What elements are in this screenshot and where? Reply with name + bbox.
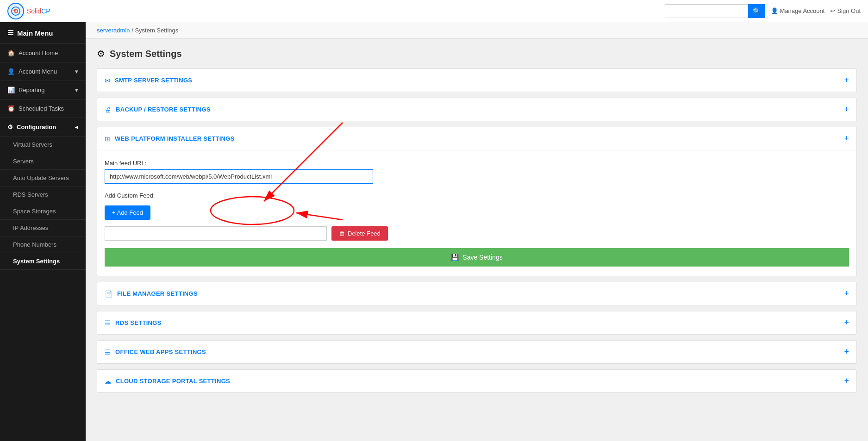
office-web-apps-icon: ☰ <box>105 348 111 356</box>
sidebar-main-menu: ☰ Main Menu <box>0 22 86 44</box>
logo-text: SolidCP <box>27 7 50 15</box>
main-feed-input[interactable] <box>105 169 373 184</box>
webpi-icon: ⊞ <box>105 135 110 143</box>
rds-icon: ☰ <box>105 319 111 327</box>
smtp-icon: ✉ <box>105 77 110 84</box>
backup-expand-icon: + <box>844 105 849 114</box>
rds-title: RDS SETTINGS <box>115 319 162 326</box>
cloud-storage-icon: ☁ <box>105 378 111 385</box>
manage-account-icon: 👤 <box>771 7 778 14</box>
topbar-right: 🔍 👤 Manage Account ↩ Sign Out <box>665 4 861 18</box>
backup-section: 🖨 BACKUP / RESTORE SETTINGS + <box>97 98 857 121</box>
smtp-section-header[interactable]: ✉ SMTP SERVER SETTINGS + <box>97 69 856 92</box>
search-wrap: 🔍 <box>665 4 765 18</box>
sidebar-item-ip-addresses[interactable]: IP Addresses <box>0 220 86 236</box>
logo-solid: Solid <box>27 7 41 15</box>
office-web-apps-section: ☰ OFFICE WEB APPS SETTINGS + <box>97 340 857 364</box>
file-manager-expand-icon: + <box>844 289 849 298</box>
logo: SolidCP <box>7 3 50 19</box>
cloud-storage-section-header[interactable]: ☁ CLOUD STORAGE PORTAL SETTINGS + <box>97 370 856 392</box>
gear-icon: ⚙ <box>97 48 105 59</box>
main-content: serveradmin / System Settings ⚙ System S… <box>86 22 868 441</box>
file-manager-section-header[interactable]: 📄 FILE MANAGER SETTINGS + <box>97 282 856 305</box>
webpi-title: WEB PLATFORM INSTALLER SETTINGS <box>115 135 235 142</box>
delete-feed-button[interactable]: 🗑 Delete Feed <box>331 226 388 241</box>
search-button[interactable]: 🔍 <box>748 4 765 18</box>
sidebar-item-account-home[interactable]: 🏠 Account Home <box>0 44 86 62</box>
add-custom-feed-area: Add Custom Feed: + Add Feed <box>105 192 849 220</box>
add-custom-feed-label: Add Custom Feed: <box>105 192 849 199</box>
breadcrumb: serveradmin / System Settings <box>86 22 868 39</box>
sign-out-link[interactable]: ↩ Sign Out <box>830 7 861 14</box>
sidebar-item-system-settings[interactable]: System Settings <box>0 253 86 270</box>
rds-expand-icon: + <box>844 318 849 328</box>
webpi-expand-icon: + <box>844 134 849 143</box>
breadcrumb-current: System Settings <box>135 27 178 34</box>
backup-title: BACKUP / RESTORE SETTINGS <box>116 106 211 113</box>
backup-section-header[interactable]: 🖨 BACKUP / RESTORE SETTINGS + <box>97 98 856 121</box>
sidebar-item-phone-numbers[interactable]: Phone Numbers <box>0 236 86 253</box>
scheduled-tasks-icon: ⏰ <box>7 105 15 112</box>
layout: ☰ Main Menu 🏠 Account Home 👤 Account Men… <box>0 22 868 441</box>
webpi-section: ⊞ WEB PLATFORM INSTALLER SETTINGS + <box>97 127 857 276</box>
backup-icon: 🖨 <box>105 106 111 113</box>
rds-section: ☰ RDS SETTINGS + <box>97 311 857 335</box>
account-menu-chevron: ▾ <box>75 68 78 75</box>
reporting-chevron: ▾ <box>75 87 78 93</box>
topbar: SolidCP 🔍 👤 Manage Account ↩ Sign Out <box>0 0 868 22</box>
sidebar-item-servers[interactable]: Servers <box>0 153 86 170</box>
sign-out-icon: ↩ <box>830 7 835 14</box>
feed-input-row: 🗑 Delete Feed <box>105 226 849 241</box>
webpi-section-header[interactable]: ⊞ WEB PLATFORM INSTALLER SETTINGS + <box>97 127 856 150</box>
trash-icon: 🗑 <box>339 230 345 237</box>
add-feed-button[interactable]: + Add Feed <box>105 205 150 220</box>
sidebar-item-reporting[interactable]: 📊 Reporting ▾ <box>0 81 86 99</box>
office-web-apps-expand-icon: + <box>844 347 849 357</box>
office-web-apps-title: OFFICE WEB APPS SETTINGS <box>115 348 206 355</box>
main-menu-icon: ☰ <box>7 29 13 37</box>
configuration-chevron: ◂ <box>75 124 78 130</box>
sidebar-item-rds-servers[interactable]: RDS Servers <box>0 186 86 203</box>
search-input[interactable] <box>665 4 748 18</box>
sidebar: ☰ Main Menu 🏠 Account Home 👤 Account Men… <box>0 22 86 441</box>
cloud-storage-title: CLOUD STORAGE PORTAL SETTINGS <box>116 378 230 385</box>
page-title: System Settings <box>110 49 182 59</box>
file-manager-title: FILE MANAGER SETTINGS <box>117 290 198 297</box>
account-menu-icon: 👤 <box>7 68 15 75</box>
account-home-icon: 🏠 <box>7 50 15 56</box>
smtp-expand-icon: + <box>844 75 849 85</box>
breadcrumb-link[interactable]: serveradmin <box>97 27 130 34</box>
logo-icon <box>7 3 24 19</box>
configuration-icon: ⚙ <box>7 124 13 130</box>
sidebar-item-auto-update-servers[interactable]: Auto Update Servers <box>0 170 86 186</box>
webpi-section-body: Main feed URL: Add Custom Feed: + Add Fe… <box>97 150 856 276</box>
sidebar-item-virtual-servers[interactable]: Virtual Servers <box>0 137 86 153</box>
file-manager-icon: 📄 <box>105 290 112 298</box>
page-title-row: ⚙ System Settings <box>97 48 857 59</box>
cloud-storage-expand-icon: + <box>844 376 849 386</box>
rds-section-header[interactable]: ☰ RDS SETTINGS + <box>97 311 856 334</box>
content-area: ⚙ System Settings ✉ SMTP SERVER SETTINGS… <box>86 39 868 408</box>
add-feed-row: + Add Feed <box>105 205 849 220</box>
logo-cp: CP <box>41 7 50 15</box>
sidebar-item-account-menu[interactable]: 👤 Account Menu ▾ <box>0 62 86 81</box>
cloud-storage-section: ☁ CLOUD STORAGE PORTAL SETTINGS + <box>97 369 857 393</box>
sidebar-item-space-storages[interactable]: Space Storages <box>0 203 86 220</box>
manage-account-link[interactable]: 👤 Manage Account <box>771 7 825 14</box>
file-manager-section: 📄 FILE MANAGER SETTINGS + <box>97 282 857 305</box>
breadcrumb-separator: / <box>131 27 133 34</box>
smtp-section: ✉ SMTP SERVER SETTINGS + <box>97 68 857 92</box>
main-feed-label: Main feed URL: <box>105 160 849 167</box>
save-icon: 💾 <box>451 254 459 261</box>
custom-feed-input[interactable] <box>105 226 327 241</box>
sidebar-item-scheduled-tasks[interactable]: ⏰ Scheduled Tasks <box>0 99 86 118</box>
save-settings-button[interactable]: 💾 Save Settings <box>105 248 849 267</box>
reporting-icon: 📊 <box>7 87 15 93</box>
smtp-title: SMTP SERVER SETTINGS <box>115 77 192 84</box>
office-web-apps-section-header[interactable]: ☰ OFFICE WEB APPS SETTINGS + <box>97 341 856 363</box>
sidebar-item-configuration[interactable]: ⚙ Configuration ◂ <box>0 118 86 137</box>
